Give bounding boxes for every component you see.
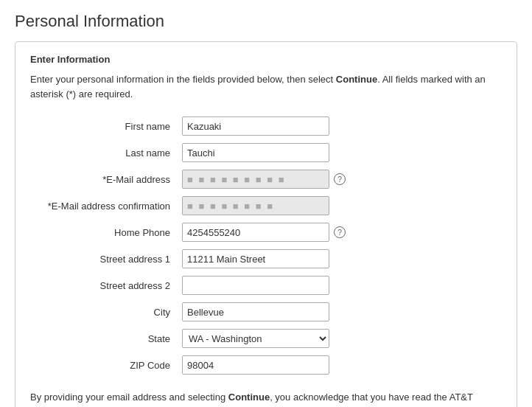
instructions-bold: Continue <box>336 74 377 85</box>
home-phone-label: Home Phone <box>30 219 178 246</box>
home-phone-help-icon[interactable]: ? <box>334 226 346 238</box>
last-name-input[interactable] <box>182 143 329 162</box>
street1-input-cell <box>178 246 502 272</box>
last-name-label: Last name <box>30 139 178 166</box>
state-row: State WA - Washington AL - Alabama AK - … <box>30 325 502 352</box>
first-name-input[interactable] <box>182 116 329 136</box>
form-table: First name Last name *E-Mail address <box>30 113 502 378</box>
enter-information-card: Enter Information Enter your personal in… <box>15 41 517 407</box>
last-name-row: Last name <box>30 139 502 166</box>
state-label: State <box>30 325 178 352</box>
zip-row: ZIP Code <box>30 352 502 378</box>
email-label: *E-Mail address <box>30 166 178 192</box>
street2-input[interactable] <box>182 276 329 295</box>
home-phone-input[interactable] <box>182 223 329 242</box>
zip-input[interactable] <box>182 355 329 375</box>
street2-label: Street address 2 <box>30 272 178 299</box>
city-row: City <box>30 299 502 325</box>
street2-row: Street address 2 <box>30 272 502 299</box>
first-name-row: First name <box>30 113 502 139</box>
street1-row: Street address 1 <box>30 246 502 272</box>
home-phone-input-row: ? <box>182 223 497 242</box>
email-help-icon[interactable]: ? <box>334 173 346 185</box>
email-confirm-input-cell <box>178 192 502 219</box>
state-select[interactable]: WA - Washington AL - Alabama AK - Alaska… <box>182 329 329 348</box>
email-row: *E-Mail address ? <box>30 166 502 192</box>
home-phone-input-cell: ? <box>178 219 502 246</box>
privacy-text: By providing your email address and sele… <box>30 390 502 407</box>
email-input-cell: ? <box>178 166 502 192</box>
zip-input-cell <box>178 352 502 378</box>
street1-label: Street address 1 <box>30 246 178 272</box>
card-title: Enter Information <box>30 54 502 65</box>
state-input-cell: WA - Washington AL - Alabama AK - Alaska… <box>178 325 502 352</box>
first-name-label: First name <box>30 113 178 139</box>
email-confirm-row: *E-Mail address confirmation <box>30 192 502 219</box>
page-wrapper: Personal Information Enter Information E… <box>0 0 532 407</box>
home-phone-row: Home Phone ? <box>30 219 502 246</box>
street2-input-cell <box>178 272 502 299</box>
city-input-cell <box>178 299 502 325</box>
email-input[interactable] <box>182 170 329 189</box>
email-confirm-label: *E-Mail address confirmation <box>30 192 178 219</box>
instructions-text: Enter your personal information in the f… <box>30 72 502 101</box>
email-input-row: ? <box>182 170 497 189</box>
last-name-input-cell <box>178 139 502 166</box>
privacy-part1: By providing your email address and sele… <box>30 392 228 403</box>
zip-label: ZIP Code <box>30 352 178 378</box>
city-label: City <box>30 299 178 325</box>
privacy-bold: Continue <box>228 392 270 403</box>
city-input[interactable] <box>182 302 329 321</box>
first-name-input-cell <box>178 113 502 139</box>
page-title: Personal Information <box>15 12 517 31</box>
street1-input[interactable] <box>182 249 329 268</box>
instructions-part1: Enter your personal information in the f… <box>30 74 336 85</box>
email-confirm-input[interactable] <box>182 196 329 215</box>
